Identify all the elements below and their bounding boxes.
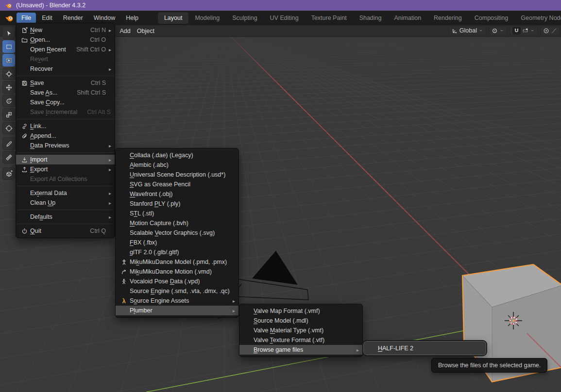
tab-animation[interactable]: Animation <box>388 12 428 24</box>
viewport-menu-add[interactable]: Add <box>120 28 131 34</box>
menu-item-export[interactable]: Export▸ <box>16 164 115 174</box>
menu-item-label: Valve Material Type (.vmt) <box>254 327 323 334</box>
add-cube-tool[interactable] <box>2 167 15 180</box>
pivot-point-dropdown[interactable] <box>489 26 507 35</box>
menu-item-label: Open Recent <box>30 46 66 53</box>
menu-item-alembic-abc[interactable]: Alembic (.abc) <box>116 160 238 170</box>
menu-item-stanford-ply-ply[interactable]: Stanford PLY (.ply) <box>116 199 238 209</box>
rotate-icon <box>5 98 13 105</box>
menubar-item-window[interactable]: Window <box>89 13 120 23</box>
box-select-tool[interactable] <box>2 40 15 53</box>
menu-item-scalable-vector-graphics-svg[interactable]: Scalable Vector Graphics (.svg) <box>116 228 238 238</box>
tab-uv-editing[interactable]: UV Editing <box>264 12 305 24</box>
menu-item-source-engine-assets[interactable]: λSource Engine Assets▸ <box>116 296 238 306</box>
blender-logo-icon-small[interactable] <box>5 15 14 22</box>
rotate-tool[interactable] <box>2 95 15 107</box>
menu-item-external-data[interactable]: External Data▸ <box>16 188 115 198</box>
menu-item-link[interactable]: Link... <box>16 121 115 131</box>
menu-item-half-life-2[interactable]: HALF-LIFE 2 <box>364 343 486 353</box>
menu-item-label: Source Model (.mdl) <box>254 317 308 324</box>
tab-modeling[interactable]: Modeling <box>188 12 226 24</box>
menubar-item-edit[interactable]: Edit <box>37 13 57 23</box>
menu-item-label: HALF-LIFE 2 <box>378 345 413 352</box>
menu-item-valve-map-format-vmf[interactable]: Valve Map Format (.vmf) <box>239 306 362 316</box>
menu-item-clean-up[interactable]: Clean Up▸ <box>16 198 115 208</box>
menu-item-open-recent[interactable]: Open RecentShift Ctrl O▸ <box>16 45 115 54</box>
box-select-extend-tool[interactable] <box>2 54 15 66</box>
proportional-editing-controls[interactable] <box>540 26 560 35</box>
menu-item-fbx-fbx[interactable]: FBX (.fbx) <box>116 238 238 247</box>
menu-item-wavefront-obj[interactable]: Wavefront (.obj) <box>116 189 238 199</box>
link-icon <box>18 123 30 130</box>
annotate-tool[interactable] <box>2 137 15 150</box>
menu-item-open[interactable]: Open...Ctrl O <box>16 35 115 45</box>
tab-shading[interactable]: Shading <box>353 12 388 24</box>
menu-separator <box>17 210 114 210</box>
menu-separator <box>17 224 114 224</box>
menu-item-append[interactable]: Append... <box>16 131 115 141</box>
menu-item-motion-capture-bvh[interactable]: Motion Capture (.bvh) <box>116 218 238 228</box>
menu-item-browse-game-files[interactable]: Browse game files▸ <box>239 345 362 355</box>
menu-item-new[interactable]: NewCtrl N▸ <box>16 25 115 35</box>
menu-item-data-previews[interactable]: Data Previews▸ <box>16 141 115 150</box>
menu-item-defaults[interactable]: Defaults▸ <box>16 212 115 222</box>
menu-item-import[interactable]: Import▸ <box>16 155 115 164</box>
menu-item-valve-texture-format-vtf[interactable]: Valve Texture Format (.vtf) <box>239 335 362 345</box>
transform-tool[interactable] <box>2 122 15 134</box>
tab-texture-paint[interactable]: Texture Paint <box>305 12 353 24</box>
tab-geometry-nodes[interactable]: Geometry Nodes <box>514 12 561 24</box>
submenu-arrow-icon: ▸ <box>106 47 111 52</box>
menu-item-recover[interactable]: Recover▸ <box>16 64 115 74</box>
menu-item-valve-material-type-vmt[interactable]: Valve Material Type (.vmt) <box>239 326 362 335</box>
export-icon <box>18 166 30 173</box>
transform-orientation-dropdown[interactable]: Global <box>449 26 486 35</box>
menubar-item-render[interactable]: Render <box>58 13 88 23</box>
menu-item-shortcut: Ctrl N <box>81 27 106 33</box>
tab-layout[interactable]: Layout <box>158 12 189 24</box>
menu-item-save-copy[interactable]: Save Copy... <box>16 98 115 107</box>
menubar-item-file[interactable]: File <box>17 13 36 23</box>
menu-item-label: Save <box>30 80 44 86</box>
menubar-item-help[interactable]: Help <box>121 13 143 23</box>
menu-item-shortcut: Ctrl S <box>81 80 106 86</box>
menu-item-source-model-mdl[interactable]: Source Model (.mdl) <box>239 316 362 326</box>
menu-item-mikumikudance-motion-vmd[interactable]: MikuMikuDance Motion (.vmd) <box>116 267 238 277</box>
menu-item-stl-stl[interactable]: STL (.stl) <box>116 209 238 218</box>
menu-item-source-engine-smd-vta-dmx-qc[interactable]: Source Engine (.smd, .vta, .dmx, .qc) <box>116 286 238 296</box>
submenu-arrow-icon: ▸ <box>106 28 111 33</box>
menu-item-quit[interactable]: QuitCtrl Q <box>16 226 115 236</box>
measure-tool[interactable] <box>2 151 15 163</box>
menu-item-mikumikudance-model-pmd-pmx[interactable]: MikuMikuDance Model (.pmd, .pmx) <box>116 257 238 267</box>
menu-separator <box>17 119 114 119</box>
menu-item-label: Recover <box>30 65 53 72</box>
menu-item-universal-scene-description-usd[interactable]: Universal Scene Description (.usd*) <box>116 170 238 180</box>
menu-item-label: Export <box>30 166 48 173</box>
viewport-menu-object[interactable]: Object <box>137 28 154 34</box>
snapping-controls[interactable] <box>510 26 538 35</box>
plumber-submenu: Valve Map Format (.vmf)Source Model (.md… <box>239 304 363 357</box>
power-icon <box>18 228 30 234</box>
cursor-3d-tool[interactable] <box>2 67 15 80</box>
menu-item-plumber[interactable]: Plumber▸ <box>116 306 238 315</box>
menu-item-shortcut: Shift Ctrl O <box>67 46 106 53</box>
tab-compositing[interactable]: Compositing <box>468 12 514 24</box>
tweak-select-tool[interactable] <box>2 27 15 39</box>
tab-sculpting[interactable]: Sculpting <box>226 12 263 24</box>
menu-item-label: Scalable Vector Graphics (.svg) <box>130 229 215 236</box>
move-tool[interactable] <box>2 81 15 94</box>
menu-item-save-as[interactable]: Save As...Shift Ctrl S <box>16 88 115 98</box>
import-submenu: Collada (.dae) (Legacy)Alembic (.abc)Uni… <box>115 148 239 318</box>
tab-rendering[interactable]: Rendering <box>427 12 468 24</box>
menu-item-label: Revert <box>30 56 48 63</box>
menu-item-gltf-2-0-glb-gltf[interactable]: glTF 2.0 (.glb/.gltf) <box>116 247 238 257</box>
menu-item-collada-dae-legacy[interactable]: Collada (.dae) (Legacy) <box>116 150 238 160</box>
menu-item-vocaloid-pose-data-vpd[interactable]: Vocaloid Pose Data (.vpd) <box>116 277 238 286</box>
submenu-arrow-icon: ▸ <box>354 347 359 353</box>
menu-separator <box>17 152 114 153</box>
snap-magnet-icon[interactable] <box>512 27 521 34</box>
menu-item-svg-as-grease-pencil[interactable]: SVG as Grease Pencil <box>116 180 238 189</box>
menu-item-label: Motion Capture (.bvh) <box>130 220 188 227</box>
menu-item-save[interactable]: SaveCtrl S <box>16 78 115 88</box>
scale-tool[interactable] <box>2 108 15 121</box>
chevron-down-icon <box>478 28 483 33</box>
